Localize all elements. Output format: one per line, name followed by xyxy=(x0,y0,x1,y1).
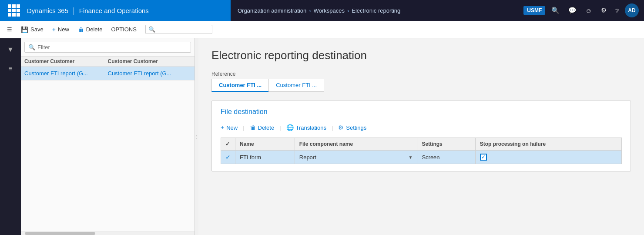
save-button[interactable]: 💾 Save xyxy=(17,24,47,35)
list-col1-header: Customer Customer xyxy=(24,58,108,64)
reference-tabs: Customer FTI ... Customer FTI ... xyxy=(211,79,631,92)
table-header-row: ✓ Name File component name Settings Stop… xyxy=(221,138,622,151)
reference-section: Reference Customer FTI ... Customer FTI … xyxy=(211,71,631,92)
list-scrollbar-thumb xyxy=(25,232,95,235)
row-stop-failure-cell: ✓ xyxy=(475,151,621,164)
toolbar-search: 🔍 xyxy=(145,25,212,34)
stop-failure-checkbox[interactable]: ✓ xyxy=(480,154,487,161)
breadcrumb-sep1: › xyxy=(309,7,311,14)
col-header-settings: Settings xyxy=(417,138,475,151)
table-row[interactable]: ✓ FTI form Report ▼ Screen ✓ xyxy=(221,151,622,164)
breadcrumb-electronic-reporting[interactable]: Electronic reporting xyxy=(352,7,400,14)
fd-sep-2: | xyxy=(279,124,281,131)
toolbar-search-input[interactable] xyxy=(157,26,209,33)
toolbar-search-icon: 🔍 xyxy=(148,26,155,33)
file-destination-table: ✓ Name File component name Settings Stop… xyxy=(221,138,622,164)
search-button[interactable]: 🔍 xyxy=(549,5,562,16)
list-filter-section: 🔍 xyxy=(21,38,195,57)
sidebar-list-button[interactable]: ≡ xyxy=(3,61,18,77)
main-content: Electronic reporting destination Referen… xyxy=(198,38,644,235)
fd-new-label: New xyxy=(226,124,238,131)
file-destination-toolbar: + New | 🗑 Delete | 🌐 Translations | ⚙ Se… xyxy=(221,123,622,132)
breadcrumb: Organization administration › Workspaces… xyxy=(231,7,518,14)
row-file-component-cell: Report ▼ xyxy=(295,151,417,164)
row-settings-cell: Screen xyxy=(417,151,475,164)
grid-menu-button[interactable] xyxy=(5,3,23,18)
delete-label: Delete xyxy=(86,26,103,33)
settings-button[interactable]: ⚙ xyxy=(598,5,609,16)
sidebar-filter-button[interactable]: ▼ xyxy=(3,42,18,57)
file-component-value: Report xyxy=(299,154,316,161)
reference-tab-0[interactable]: Customer FTI ... xyxy=(211,79,268,92)
fd-delete-label: Delete xyxy=(258,124,275,131)
col-header-name: Name xyxy=(235,138,295,151)
fd-new-icon: + xyxy=(221,124,224,131)
fd-settings-label: Settings xyxy=(346,124,366,131)
list-items: Customer FTI report (G... Customer FTI r… xyxy=(21,67,195,232)
toolbar: ☰ 💾 Save + New 🗑 Delete OPTIONS 🔍 xyxy=(0,21,644,38)
help-button[interactable]: ? xyxy=(613,5,621,16)
file-destination-card: File destination + New | 🗑 Delete | 🌐 Tr… xyxy=(211,101,631,171)
feedback-button[interactable]: ☺ xyxy=(583,5,594,16)
list-item-col2: Customer FTI report (G... xyxy=(108,70,191,77)
delete-icon: 🗑 xyxy=(78,26,84,33)
list-col2-header: Customer Customer xyxy=(108,58,191,64)
col-header-file-component: File component name xyxy=(295,138,417,151)
checkmark-header-icon: ✓ xyxy=(225,141,230,147)
resize-handle[interactable]: ⋮ xyxy=(195,38,198,235)
delete-button[interactable]: 🗑 Delete xyxy=(74,24,106,35)
fd-new-button[interactable]: + New xyxy=(221,123,238,132)
dropdown-arrow-icon: ▼ xyxy=(408,155,413,160)
col-header-check: ✓ xyxy=(221,138,235,151)
filter-input[interactable] xyxy=(37,44,187,50)
col-header-stop-failure: Stop processing on failure xyxy=(475,138,621,151)
breadcrumb-workspaces[interactable]: Workspaces xyxy=(314,7,345,14)
fd-settings-button[interactable]: ⚙ Settings xyxy=(338,123,366,132)
fd-delete-button[interactable]: 🗑 Delete xyxy=(250,123,275,132)
fd-settings-icon: ⚙ xyxy=(338,124,344,131)
hamburger-icon: ☰ xyxy=(7,26,12,33)
fd-delete-icon: 🗑 xyxy=(250,124,256,131)
reference-label: Reference xyxy=(211,71,631,77)
row-check-cell: ✓ xyxy=(221,151,235,164)
dynamics-title: Dynamics 365 xyxy=(27,7,68,14)
save-icon: 💾 xyxy=(21,26,28,33)
module-title: Finance and Operations xyxy=(79,7,149,14)
page-title: Electronic reporting destination xyxy=(211,49,631,62)
filter-search-icon: 🔍 xyxy=(28,44,35,50)
fd-sep-3: | xyxy=(332,124,333,131)
fd-translations-label: Translations xyxy=(296,124,326,131)
list-item-col1: Customer FTI report (G... xyxy=(24,70,108,77)
top-nav-left: Dynamics 365 | Finance and Operations xyxy=(0,0,231,21)
top-nav-right: USMF 🔍 💬 ☺ ⚙ ? AD xyxy=(518,3,644,17)
row-checkmark-icon: ✓ xyxy=(225,154,231,161)
options-label: OPTIONS xyxy=(111,26,137,33)
list-panel: 🔍 Customer Customer Customer Customer Cu… xyxy=(21,38,195,235)
org-label[interactable]: USMF xyxy=(523,6,545,15)
list-filter-input-wrapper: 🔍 xyxy=(24,42,191,53)
file-component-dropdown[interactable]: Report ▼ xyxy=(299,154,413,161)
save-label: Save xyxy=(30,26,44,33)
nav-divider: | xyxy=(73,6,75,15)
new-icon: + xyxy=(52,26,56,33)
layout: ▼ ≡ 🔍 Customer Customer Customer Custome… xyxy=(0,38,644,235)
fd-translations-icon: 🌐 xyxy=(286,124,294,131)
reference-tab-1[interactable]: Customer FTI ... xyxy=(268,79,324,92)
fd-translations-button[interactable]: 🌐 Translations xyxy=(286,123,326,132)
hamburger-button[interactable]: ☰ xyxy=(3,24,16,35)
options-button[interactable]: OPTIONS xyxy=(107,24,140,35)
breadcrumb-sep2: › xyxy=(347,7,349,14)
list-item[interactable]: Customer FTI report (G... Customer FTI r… xyxy=(21,67,195,81)
chat-button[interactable]: 💬 xyxy=(566,5,579,16)
top-nav: Dynamics 365 | Finance and Operations Or… xyxy=(0,0,644,21)
row-name-cell: FTI form xyxy=(235,151,295,164)
grid-icon xyxy=(8,4,20,17)
breadcrumb-org-admin[interactable]: Organization administration xyxy=(238,7,306,14)
list-header: Customer Customer Customer Customer xyxy=(21,57,195,67)
avatar[interactable]: AD xyxy=(625,3,639,17)
fd-sep-1: | xyxy=(243,124,244,131)
new-button[interactable]: + New xyxy=(49,24,73,35)
sidebar-icons: ▼ ≡ xyxy=(0,38,21,235)
list-scrollbar[interactable] xyxy=(21,232,195,235)
new-label: New xyxy=(58,26,69,33)
